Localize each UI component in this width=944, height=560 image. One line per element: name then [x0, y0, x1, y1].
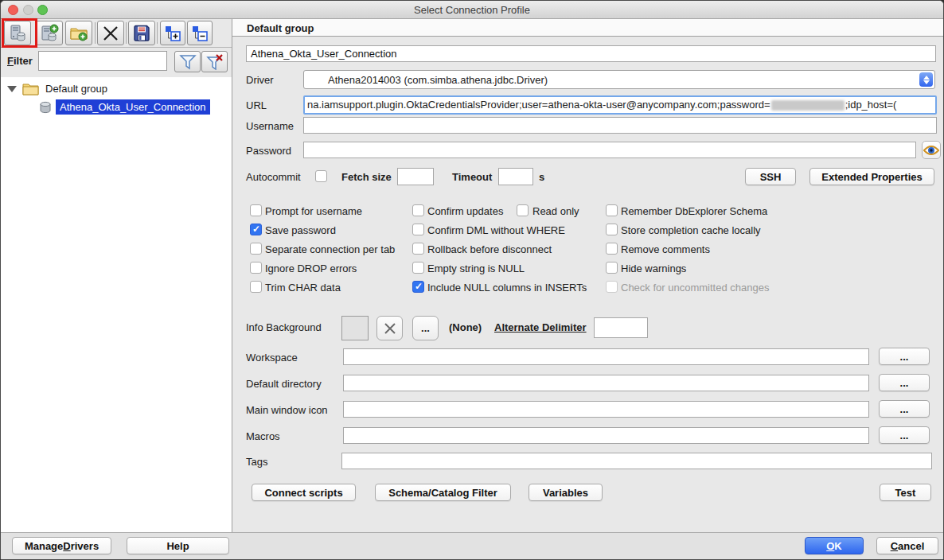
main-window-icon-label: Main window icon	[246, 404, 328, 416]
checkbox-label: Read only	[532, 205, 579, 217]
default-directory-browse-button[interactable]: ...	[879, 374, 930, 391]
check-uncommitted-changes-checkbox	[606, 281, 618, 293]
save-icon	[132, 24, 151, 43]
checkbox-label: Confirm DML without WHERE	[427, 224, 565, 236]
alternate-delimiter-input[interactable]	[594, 317, 648, 338]
connect-scripts-button[interactable]: Connect scripts	[252, 484, 356, 501]
driver-selected-value: Athena2014003 (com.simba.athena.jdbc.Dri…	[328, 74, 548, 86]
checkbox-label: Empty string is NULL	[427, 262, 525, 274]
group-header-strip: Default group	[232, 19, 944, 37]
variables-button[interactable]: Variables	[529, 484, 603, 501]
ssh-button[interactable]: SSH	[745, 168, 796, 185]
macros-input[interactable]	[343, 427, 869, 444]
checkbox-label: Hide warnings	[621, 262, 686, 274]
checkbox-label: Include NULL columns in INSERTs	[427, 282, 587, 294]
extended-properties-button[interactable]: Extended Properties	[809, 168, 934, 185]
checkbox-label: Save password	[265, 224, 336, 236]
confirm-updates-checkbox[interactable]	[412, 204, 424, 216]
combobox-stepper-icon[interactable]	[919, 72, 933, 87]
default-directory-label: Default directory	[246, 378, 322, 390]
collapse-tree-icon	[191, 25, 209, 42]
checkbox-label: Separate connection per tab	[265, 243, 395, 255]
read-only-checkbox[interactable]	[517, 204, 529, 216]
fetch-size-label: Fetch size	[341, 171, 392, 183]
cancel-button[interactable]: Cancel	[876, 537, 938, 554]
new-folder-button[interactable]	[65, 21, 92, 45]
checkbox-label: Ignore DROP errors	[265, 262, 357, 274]
password-input[interactable]	[303, 142, 916, 158]
delete-profile-button[interactable]	[97, 21, 124, 45]
autocommit-checkbox[interactable]	[315, 170, 327, 182]
remember-dbexplorer-schema-checkbox[interactable]	[606, 204, 618, 216]
tree-group-row[interactable]: Default group	[7, 80, 107, 97]
include-null-columns-checkbox[interactable]	[412, 281, 424, 293]
profile-tree: Default group Athena_Okta_User_Connectio…	[1, 77, 232, 532]
fetch-size-input[interactable]	[397, 168, 434, 185]
schema-catalog-filter-button[interactable]: Schema/Catalog Filter	[375, 484, 511, 501]
ignore-drop-errors-checkbox[interactable]	[250, 262, 262, 274]
select-connection-profile-dialog: Select Connection Profile	[0, 0, 944, 560]
save-password-checkbox[interactable]	[250, 224, 262, 235]
rollback-before-disconnect-checkbox[interactable]	[412, 243, 424, 255]
main-window-icon-input[interactable]	[343, 401, 869, 418]
expand-groups-button[interactable]	[160, 21, 185, 45]
apply-filter-button[interactable]	[174, 51, 201, 72]
annotation-highlight-box	[2, 18, 37, 48]
checkbox-label: Remove comments	[621, 243, 710, 255]
main-window-icon-browse-button[interactable]: ...	[879, 400, 930, 418]
checkbox-label: Trim CHAR data	[265, 282, 341, 294]
url-text-prefix: na.iamsupport.plugin.OktaCredentialsProv…	[307, 99, 770, 111]
clear-funnel-icon	[206, 54, 224, 70]
confirm-dml-without-where-checkbox[interactable]	[412, 224, 424, 235]
tree-expanded-caret-icon[interactable]	[7, 86, 17, 92]
driver-combobox[interactable]: Athena2014003 (com.simba.athena.jdbc.Dri…	[303, 70, 935, 89]
tree-profile-label-selected[interactable]: Athena_Okta_User_Connection	[56, 99, 210, 115]
empty-string-is-null-checkbox[interactable]	[412, 262, 424, 274]
redacted-password-blur	[771, 100, 845, 111]
username-input[interactable]	[303, 117, 937, 134]
hide-warnings-checkbox[interactable]	[606, 262, 618, 274]
collapse-groups-button[interactable]	[187, 21, 213, 45]
tags-input[interactable]	[341, 453, 932, 469]
checkbox-label: Confirm updates	[427, 205, 503, 217]
test-button[interactable]: Test	[880, 484, 931, 501]
separate-connection-per-tab-checkbox[interactable]	[250, 243, 262, 255]
clear-info-background-button[interactable]	[376, 316, 403, 340]
filter-label: Filter	[7, 55, 33, 67]
tree-group-label[interactable]: Default group	[45, 83, 107, 95]
manage-drivers-button[interactable]: Manage Drivers	[12, 537, 111, 554]
copy-profile-icon	[40, 24, 59, 43]
ok-button[interactable]: OK	[805, 537, 864, 554]
store-completion-cache-checkbox[interactable]	[606, 224, 618, 235]
save-profiles-button[interactable]	[128, 21, 155, 45]
workspace-input[interactable]	[343, 348, 869, 365]
help-button[interactable]: Help	[127, 537, 229, 554]
macros-browse-button[interactable]: ...	[879, 426, 930, 444]
window-title: Select Connection Profile	[1, 4, 943, 16]
password-label: Password	[246, 145, 291, 157]
workspace-browse-button[interactable]: ...	[879, 348, 930, 365]
pick-info-background-button[interactable]: ...	[412, 316, 439, 340]
expand-tree-icon	[164, 25, 181, 42]
checkbox-label: Check for uncommitted changes	[621, 282, 769, 294]
clear-filter-button[interactable]	[201, 51, 228, 72]
prompt-for-username-checkbox[interactable]	[250, 204, 262, 216]
checkbox-label: Prompt for username	[265, 205, 362, 217]
url-input[interactable]: na.iamsupport.plugin.OktaCredentialsProv…	[303, 95, 937, 115]
macros-label: Macros	[246, 430, 280, 442]
url-label: URL	[246, 99, 267, 111]
info-background-none-value: (None)	[449, 321, 482, 333]
info-background-color-swatch	[341, 316, 369, 340]
url-text-suffix: ;idp_host=(	[845, 99, 897, 111]
remove-comments-checkbox[interactable]	[606, 243, 618, 255]
tree-profile-row[interactable]: Athena_Okta_User_Connection	[39, 99, 210, 115]
profile-editor-panel: Default group Driver Athena2014003 (com.…	[232, 19, 944, 532]
show-password-button[interactable]	[922, 141, 941, 159]
filter-input[interactable]	[38, 51, 167, 71]
profile-name-input[interactable]	[246, 45, 936, 62]
timeout-input[interactable]	[498, 168, 533, 185]
default-directory-input[interactable]	[343, 375, 869, 391]
copy-profile-button[interactable]	[36, 21, 63, 45]
autocommit-label: Autocommit	[246, 171, 301, 183]
trim-char-data-checkbox[interactable]	[250, 281, 262, 293]
